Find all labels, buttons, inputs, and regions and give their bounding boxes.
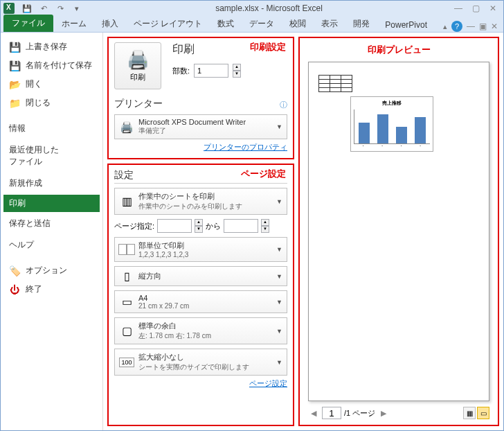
collate-title: 部単位で印刷 <box>138 240 272 251</box>
sidebar-item-label: 終了 <box>26 283 42 295</box>
annotation-print-settings: 印刷設定 <box>250 41 286 53</box>
chevron-down-icon: ▼ <box>276 273 282 280</box>
paper-size-dropdown[interactable]: ▭ A4 21 cm x 29.7 cm ▼ <box>114 290 287 313</box>
backstage-body: 💾 上書き保存 💾 名前を付けて保存 📂 開く 📁 閉じる 情報 最近使用した … <box>1 33 503 430</box>
annotation-print-preview: 印刷プレビュー <box>303 41 495 62</box>
doc-restore-button[interactable]: ▣ <box>479 21 487 31</box>
preview-table <box>318 75 352 92</box>
margins-title: 標準の余白 <box>138 321 272 331</box>
excel-icon <box>3 3 15 14</box>
sidebar-item-new[interactable]: 新規作成 <box>3 173 100 193</box>
tab-view[interactable]: 表示 <box>314 16 345 32</box>
current-page-input[interactable] <box>322 407 341 419</box>
collate-dropdown[interactable]: 部単位で印刷 1,2,3 1,2,3 1,2,3 ▼ <box>114 237 287 262</box>
scope-title: 作業中のシートを印刷 <box>138 191 272 202</box>
page-to-input[interactable] <box>224 219 258 233</box>
printer-properties-link[interactable]: プリンターのプロパティ <box>114 142 287 152</box>
page-setup-link[interactable]: ページ設定 <box>114 378 287 389</box>
page-from-up[interactable]: ▲ <box>195 219 203 226</box>
printer-info-icon[interactable]: ⓘ <box>280 100 287 110</box>
sidebar-item-exit[interactable]: ⏻ 終了 <box>3 281 100 298</box>
copies-input[interactable] <box>194 64 228 78</box>
print-preview-panel: 印刷プレビュー 売上推移 ▪▪▪▪ <box>298 37 499 426</box>
printer-ready-icon: 🖨️ <box>119 121 134 134</box>
copies-up-button[interactable]: ▲ <box>233 64 241 71</box>
tab-formulas[interactable]: 数式 <box>210 16 241 32</box>
tab-powerpivot[interactable]: PowerPivot <box>378 18 434 32</box>
scope-sub: 作業中のシートのみを印刷します <box>138 202 272 211</box>
preview-chart: 売上推移 ▪▪▪▪ <box>350 96 433 152</box>
excel-window: 💾 ↶ ↷ ▾ sample.xlsx - Microsoft Excel — … <box>0 0 504 431</box>
maximize-button[interactable]: ▢ <box>472 3 480 13</box>
orientation-title: 縦方向 <box>138 271 272 281</box>
sidebar-item-close[interactable]: 📁 閉じる <box>3 94 100 112</box>
page-to-down[interactable]: ▼ <box>261 226 269 233</box>
chevron-down-icon: ▼ <box>276 328 282 335</box>
print-scope-dropdown[interactable]: ▥ 作業中のシートを印刷 作業中のシートのみを印刷します ▼ <box>114 188 287 215</box>
minimize-button[interactable]: — <box>454 3 462 13</box>
orientation-dropdown[interactable]: ▯ 縦方向 ▼ <box>114 266 287 286</box>
page-from-input[interactable] <box>157 219 192 233</box>
tab-home[interactable]: ホーム <box>55 16 93 32</box>
qat-redo-button[interactable]: ↷ <box>53 2 67 15</box>
sidebar-item-info[interactable]: 情報 <box>3 118 100 139</box>
sidebar-item-print[interactable]: 印刷 <box>3 195 100 212</box>
printer-name: Microsoft XPS Document Writer <box>138 118 272 126</box>
qat-save-button[interactable]: 💾 <box>20 2 34 15</box>
collate-icon <box>119 245 134 254</box>
portrait-icon: ▯ <box>119 270 134 283</box>
options-icon: 🏷️ <box>9 265 20 276</box>
next-page-button[interactable]: ▶ <box>378 409 389 418</box>
doc-close-button[interactable]: ✕ <box>491 21 498 31</box>
exit-icon: ⏻ <box>9 284 20 295</box>
sidebar-item-save[interactable]: 💾 上書き保存 <box>3 38 100 55</box>
chevron-down-icon: ▼ <box>276 299 282 306</box>
show-margins-button[interactable]: ▦ <box>463 407 476 419</box>
help-icon[interactable]: ? <box>451 21 462 32</box>
printer-dropdown[interactable]: 🖨️ Microsoft XPS Document Writer 準備完了 ▼ <box>114 114 287 139</box>
margins-dropdown[interactable]: ▢ 標準の余白 左: 1.78 cm 右: 1.78 cm ▼ <box>114 317 287 344</box>
page-to-label: から <box>206 221 221 231</box>
page-range-row: ページ指定: ▲▼ から ▲▼ <box>114 219 287 233</box>
scale-title: 拡大縮小なし <box>138 352 272 362</box>
sheet-icon: ▥ <box>119 195 134 208</box>
tab-insert[interactable]: 挿入 <box>95 16 125 32</box>
prev-page-button[interactable]: ◀ <box>308 409 319 418</box>
sidebar-item-label: オプション <box>26 265 67 276</box>
margins-sub: 左: 1.78 cm 右: 1.78 cm <box>138 331 272 341</box>
print-center-panel: 印刷設定 🖨️ 印刷 印刷 部数: ▲ ▼ <box>103 33 298 430</box>
tab-review[interactable]: 校閲 <box>282 16 313 32</box>
sidebar-item-recent[interactable]: 最近使用した ファイル <box>3 140 100 172</box>
page-to-up[interactable]: ▲ <box>261 219 269 226</box>
chart-bar <box>377 114 388 143</box>
qat-dropdown[interactable]: ▾ <box>70 2 84 15</box>
annotation-page-settings: ページ設定 <box>241 168 286 180</box>
zoom-to-page-button[interactable]: ▭ <box>477 407 489 419</box>
scaling-dropdown[interactable]: 100 拡大縮小なし シートを実際のサイズで印刷します ▼ <box>114 349 287 376</box>
copies-down-button[interactable]: ▼ <box>233 71 241 78</box>
quick-access-toolbar: 💾 ↶ ↷ ▾ <box>20 2 84 15</box>
printer-status: 準備完了 <box>138 126 272 136</box>
print-button[interactable]: 🖨️ 印刷 <box>114 42 161 89</box>
paper-sub: 21 cm x 29.7 cm <box>138 302 272 310</box>
printer-section-header: プリンター <box>114 98 163 112</box>
doc-minimize-button[interactable]: — <box>467 21 475 31</box>
sidebar-item-open[interactable]: 📂 開く <box>3 76 100 93</box>
close-window-button[interactable]: ✕ <box>489 3 496 13</box>
sidebar-item-share[interactable]: 保存と送信 <box>3 213 100 234</box>
tab-data[interactable]: データ <box>242 16 281 32</box>
page-from-down[interactable]: ▼ <box>195 226 203 233</box>
sidebar-item-help[interactable]: ヘルプ <box>3 235 100 255</box>
ribbon-minimize-icon[interactable]: ▴ <box>443 22 447 31</box>
qat-undo-button[interactable]: ↶ <box>37 2 51 15</box>
sidebar-item-label: 名前を付けて保存 <box>26 60 92 71</box>
sidebar-item-label: 上書き保存 <box>26 41 67 53</box>
tab-file[interactable]: ファイル <box>3 15 53 32</box>
tab-developer[interactable]: 開発 <box>346 16 377 32</box>
tab-pagelayout[interactable]: ページ レイアウト <box>127 16 209 32</box>
sidebar-item-saveas[interactable]: 💾 名前を付けて保存 <box>3 57 100 74</box>
backstage-sidebar: 💾 上書き保存 💾 名前を付けて保存 📂 開く 📁 閉じる 情報 最近使用した … <box>1 33 103 430</box>
sidebar-item-options[interactable]: 🏷️ オプション <box>3 262 100 279</box>
sidebar-item-label: 印刷 <box>9 197 26 209</box>
copies-spinner: ▲ ▼ <box>233 64 241 78</box>
